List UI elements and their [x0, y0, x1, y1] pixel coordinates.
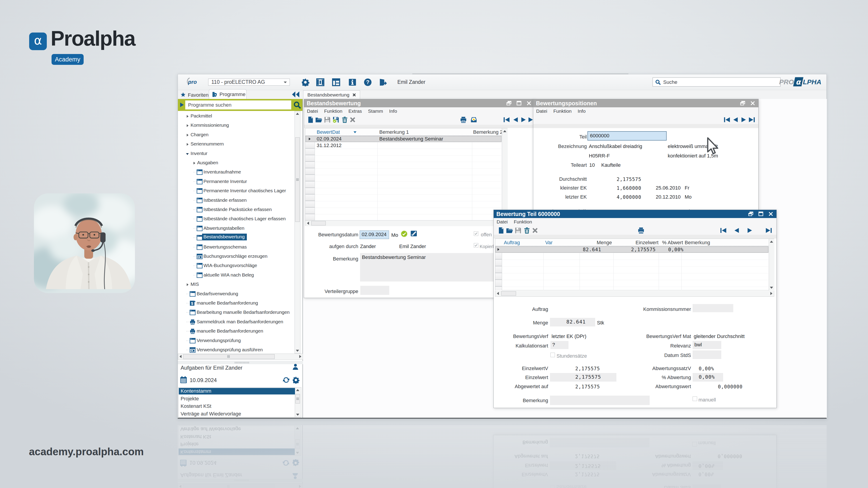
- menge-input[interactable]: 82.641: [550, 318, 595, 326]
- datum-stds-input[interactable]: [692, 484, 721, 488]
- tree-item-inventur[interactable]: Inventur: [178, 149, 294, 158]
- tree-item-verwendungspr-fung-ausf-hren[interactable]: Verwendungsprüfung ausführen: [178, 346, 294, 354]
- tree-item-ausgaben[interactable]: Ausgaben: [178, 158, 294, 168]
- edit-note-icon[interactable]: [410, 230, 417, 237]
- company-select[interactable]: 110 - proELECTRO AG: [208, 78, 290, 86]
- win3-restore-icon[interactable]: [748, 211, 754, 217]
- nav-next-icon[interactable]: [747, 227, 753, 234]
- tree-vertical-scrollbar[interactable]: [294, 111, 301, 354]
- row-selector-column[interactable]: [305, 135, 315, 220]
- new-icon[interactable]: [498, 227, 504, 234]
- collapse-panel-icon[interactable]: [291, 91, 300, 98]
- table-hscrollbar[interactable]: [305, 220, 508, 226]
- person-icon[interactable]: [292, 473, 299, 480]
- print-icon[interactable]: [638, 227, 645, 234]
- mdi-tab-bestandsbewertung[interactable]: Bestandsbewertung: [303, 90, 360, 99]
- tree-collapsed-icon[interactable]: [186, 115, 189, 118]
- save-icon[interactable]: [324, 116, 331, 123]
- task-item-vertr-ge-auf-wiedervorlage[interactable]: Verträge auf Wiedervorlage: [179, 426, 295, 432]
- tree-item-chargen[interactable]: Chargen: [178, 130, 294, 140]
- kalkulationsart-input[interactable]: ?: [550, 341, 568, 349]
- tree-item-abwertungstabellen[interactable]: Abwertungstabellen: [178, 224, 294, 233]
- person-icon[interactable]: [292, 363, 299, 370]
- save-icon[interactable]: [515, 227, 522, 234]
- tree-item-istbest-nde-packst-cke-erfassen[interactable]: Istbestände Packstücke erfassen: [178, 205, 294, 215]
- settings-gear-icon[interactable]: [301, 78, 309, 86]
- tree-item-verwendungspr-fung[interactable]: Verwendungsprüfung: [178, 336, 294, 346]
- nav-prev-icon[interactable]: [733, 116, 739, 123]
- win1-maximize-icon[interactable]: [516, 101, 522, 106]
- tree-item-packmittel[interactable]: Packmittel: [178, 111, 294, 121]
- relevanz-input[interactable]: bwl: [692, 341, 721, 349]
- win2-titlebar[interactable]: Bewertungspositionen: [533, 99, 758, 107]
- tasks-gear-icon[interactable]: [292, 377, 300, 384]
- table-vscrollbar[interactable]: [769, 239, 774, 291]
- tab-close-icon[interactable]: [352, 93, 356, 97]
- cancel-icon[interactable]: [349, 116, 356, 123]
- tree-item-bewertungsschemas[interactable]: Bewertungsschemas: [178, 242, 294, 252]
- menu-datei[interactable]: Datei: [536, 108, 547, 114]
- win3-close-icon[interactable]: [768, 211, 774, 217]
- delete-icon[interactable]: [524, 227, 530, 234]
- task-item-kontenstamm[interactable]: Kontenstamm: [179, 388, 295, 394]
- win3-titlebar[interactable]: Bewertung Teil 6000000: [494, 210, 776, 218]
- refresh-icon[interactable]: [282, 459, 290, 466]
- nav-next-icon[interactable]: [741, 116, 747, 123]
- table-header[interactable]: BewertDat Bemerkung 1 Bemerkung 2: [305, 128, 507, 135]
- bemerkung-input[interactable]: [550, 396, 650, 405]
- tree-item-seriennummern[interactable]: Seriennummern: [178, 140, 294, 149]
- task-item-kostenart-kst[interactable]: Kostenart KSt: [179, 433, 295, 440]
- tasks-scrollbar[interactable]: [295, 388, 301, 417]
- einzelwert-input[interactable]: 2,175575: [550, 461, 616, 470]
- table-vscrollbar[interactable]: [502, 128, 508, 220]
- tree-item-wia-buchungsvorschl-ge[interactable]: WIA-Buchungsvorschläge: [178, 261, 294, 270]
- manuell-checkbox[interactable]: [692, 396, 697, 401]
- delete-icon[interactable]: [341, 116, 348, 123]
- tree-horizontal-scrollbar[interactable]: [178, 354, 303, 360]
- manuell-checkbox[interactable]: [692, 442, 697, 447]
- panel-splitter[interactable]: [178, 361, 303, 364]
- cancel-icon[interactable]: [532, 227, 538, 234]
- tasks-scrollbar[interactable]: [294, 426, 301, 455]
- search-play-icon[interactable]: [180, 102, 184, 107]
- bewertungsdatum-input[interactable]: 02.09.2024: [360, 230, 389, 239]
- task-item-kontenstamm[interactable]: Kontenstamm: [179, 449, 295, 455]
- offen-checkbox[interactable]: [474, 231, 478, 236]
- menu-funktion[interactable]: Funktion: [324, 108, 342, 114]
- menu-funktion[interactable]: Funktion: [553, 108, 572, 114]
- open-icon[interactable]: [506, 227, 513, 234]
- table-row-selected[interactable]: 02.09.2024 Bestandsbewertung Seminar: [305, 136, 502, 142]
- task-item-projekte[interactable]: Projekte: [179, 396, 295, 402]
- win3-maximize-icon[interactable]: [758, 211, 764, 217]
- tree-expanded-icon[interactable]: [186, 152, 189, 156]
- tree-collapsed-icon[interactable]: [186, 133, 189, 137]
- tree-item-manuelle-bedarfsanforderung[interactable]: manuelle Bedarfsanforderung: [178, 299, 294, 308]
- print-icon[interactable]: [460, 116, 467, 123]
- nav-first-icon[interactable]: [503, 116, 510, 123]
- nav-first-icon[interactable]: [724, 116, 730, 123]
- logout-icon[interactable]: [379, 78, 387, 86]
- tree-item-aktuelle-wia-nach-beleg[interactable]: aktuelle WIA nach Beleg: [178, 271, 294, 280]
- task-item-projekte[interactable]: Projekte: [179, 441, 295, 448]
- tree-collapsed-icon[interactable]: [186, 142, 189, 146]
- kommission-input[interactable]: [692, 304, 733, 312]
- tab-programme[interactable]: Programme: [209, 89, 247, 99]
- nav-prev-icon[interactable]: [513, 116, 519, 123]
- calendar-icon[interactable]: [180, 376, 187, 384]
- tree-item-manuelle-bedarfsanforderungen[interactable]: manuelle Bedarfsanforderungen: [178, 327, 294, 336]
- win2-close-icon[interactable]: [750, 101, 756, 106]
- table-header[interactable]: Auftrag Var Menge Einzelwert % Abwert Be…: [495, 239, 774, 246]
- tree-horizontal-scrollbar[interactable]: [178, 483, 303, 488]
- menu-stamm[interactable]: Stamm: [368, 108, 383, 114]
- system-info-icon[interactable]: [348, 78, 356, 86]
- tab-favoriten[interactable]: Favoriten: [188, 92, 209, 98]
- program-search-icon[interactable]: [293, 101, 301, 109]
- save-refresh-icon[interactable]: [333, 116, 339, 123]
- bemerkung-input[interactable]: [550, 438, 649, 447]
- calendar-icon[interactable]: [180, 459, 187, 467]
- win1-restore-icon[interactable]: [506, 101, 512, 106]
- menu-info[interactable]: Info: [578, 108, 586, 114]
- tree-item-permanente-inventur-chaotisches-lager[interactable]: Permanente Inventur chaotisches Lager: [178, 186, 294, 196]
- menu-datei[interactable]: Datei: [307, 108, 318, 114]
- menu-info[interactable]: Info: [389, 108, 397, 114]
